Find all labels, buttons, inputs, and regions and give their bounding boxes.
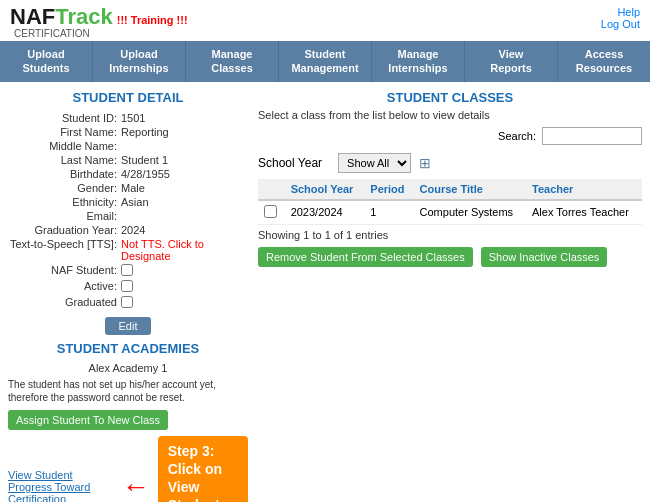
value-ethnicity: Asian xyxy=(119,195,248,209)
col-schoolyear: School Year xyxy=(285,179,365,200)
value-email xyxy=(119,209,248,223)
label-gradyear: Graduation Year: xyxy=(8,223,119,237)
label-middlename: Middle Name: xyxy=(8,139,119,153)
step-instruction-box: Step 3: Click on ViewStudent Progress xyxy=(158,436,248,502)
value-lastname: Student 1 xyxy=(119,153,248,167)
filter-row: School Year Show All ⊞ xyxy=(258,153,642,173)
label-email: Email: xyxy=(8,209,119,223)
remove-student-button[interactable]: Remove Student From Selected Classes xyxy=(258,247,473,267)
arrow-container: View Student Progress Toward Certificati… xyxy=(8,436,248,502)
school-year-label: School Year xyxy=(258,156,322,170)
value-tts: Not TTS. Click to Designate xyxy=(119,237,248,263)
detail-row-birthdate: Birthdate: 4/28/1955 xyxy=(8,167,248,181)
label-firstname: First Name: xyxy=(8,125,119,139)
search-input[interactable] xyxy=(542,127,642,145)
action-buttons: Remove Student From Selected Classes Sho… xyxy=(258,247,642,267)
logo-training: !!! Training !!! xyxy=(117,14,188,26)
class-checkbox[interactable] xyxy=(264,205,277,218)
col-period: Period xyxy=(364,179,413,200)
showing-text: Showing 1 to 1 of 1 entries xyxy=(258,229,642,241)
tts-link[interactable]: Not TTS. Click to Designate xyxy=(121,238,204,262)
value-active xyxy=(119,279,248,295)
left-panel: STUDENT DETAIL Student ID: 1501 First Na… xyxy=(8,90,248,502)
main-content: STUDENT DETAIL Student ID: 1501 First Na… xyxy=(0,82,650,502)
student-academies-title: STUDENT ACADEMIES xyxy=(8,341,248,356)
detail-row-middlename: Middle Name: xyxy=(8,139,248,153)
value-middlename xyxy=(119,139,248,153)
edit-button[interactable]: Edit xyxy=(105,317,152,335)
value-birthdate: 4/28/1955 xyxy=(119,167,248,181)
top-header: NAFTrack !!! Training !!! CERTIFICATION … xyxy=(0,0,650,41)
class-teacher: Alex Torres Teacher xyxy=(526,200,642,225)
nav-upload-internships[interactable]: UploadInternships xyxy=(93,41,186,82)
nav-student-management[interactable]: StudentManagement xyxy=(279,41,372,82)
class-table: School Year Period Course Title Teacher … xyxy=(258,179,642,225)
help-link[interactable]: Help xyxy=(601,6,640,18)
account-notice: The student has not set up his/her accou… xyxy=(8,378,248,404)
detail-row-graduated: Graduated xyxy=(8,295,248,311)
student-detail-title: STUDENT DETAIL xyxy=(8,90,248,105)
label-graduated: Graduated xyxy=(8,295,119,311)
red-arrow-icon: ← xyxy=(122,473,150,501)
detail-row-active: Active: xyxy=(8,279,248,295)
col-coursetitle: Course Title xyxy=(414,179,526,200)
detail-row-ethnicity: Ethnicity: Asian xyxy=(8,195,248,209)
label-ethnicity: Ethnicity: xyxy=(8,195,119,209)
show-inactive-button[interactable]: Show Inactive Classes xyxy=(481,247,608,267)
label-gender: Gender: xyxy=(8,181,119,195)
progress-link[interactable]: View Student Progress Toward Certificati… xyxy=(8,469,114,502)
class-period: 1 xyxy=(364,200,413,225)
step-instruction-text: Step 3: Click on ViewStudent Progress xyxy=(168,443,229,502)
nav-upload-students[interactable]: UploadStudents xyxy=(0,41,93,82)
nav-access-resources[interactable]: AccessResources xyxy=(558,41,650,82)
label-studentid: Student ID: xyxy=(8,111,119,125)
nav-view-reports[interactable]: ViewReports xyxy=(465,41,558,82)
class-schoolyear: 2023/2024 xyxy=(285,200,365,225)
label-lastname: Last Name: xyxy=(8,153,119,167)
value-gender: Male xyxy=(119,181,248,195)
graduated-checkbox[interactable] xyxy=(121,296,133,308)
class-coursetitle: Computer Systems xyxy=(414,200,526,225)
student-classes-title: STUDENT CLASSES xyxy=(258,90,642,105)
label-birthdate: Birthdate: xyxy=(8,167,119,181)
logout-link[interactable]: Log Out xyxy=(601,18,640,30)
assign-student-button[interactable]: Assign Student To New Class xyxy=(8,410,168,430)
student-detail-table: Student ID: 1501 First Name: Reporting M… xyxy=(8,111,248,311)
search-label: Search: xyxy=(498,130,536,142)
naf-student-checkbox[interactable] xyxy=(121,264,133,276)
right-panel: STUDENT CLASSES Select a class from the … xyxy=(258,90,642,502)
help-logout: Help Log Out xyxy=(601,6,640,30)
academy-name: Alex Academy 1 xyxy=(8,362,248,374)
col-check xyxy=(258,179,285,200)
school-year-select[interactable]: Show All xyxy=(338,153,411,173)
active-checkbox[interactable] xyxy=(121,280,133,292)
value-nafstudent xyxy=(119,263,248,279)
logo-text: NAFTrack xyxy=(10,6,113,28)
class-check-cell xyxy=(258,200,285,225)
detail-row-tts: Text-to-Speech [TTS]: Not TTS. Click to … xyxy=(8,237,248,263)
search-row: Search: xyxy=(258,127,642,145)
detail-row-email: Email: xyxy=(8,209,248,223)
detail-row-firstname: First Name: Reporting xyxy=(8,125,248,139)
logo-naf: NAF xyxy=(10,4,55,29)
value-studentid: 1501 xyxy=(119,111,248,125)
detail-row-gender: Gender: Male xyxy=(8,181,248,195)
logo-area: NAFTrack !!! Training !!! CERTIFICATION xyxy=(10,6,188,39)
value-gradyear: 2024 xyxy=(119,223,248,237)
detail-row-nafstudent: NAF Student: xyxy=(8,263,248,279)
col-teacher: Teacher xyxy=(526,179,642,200)
class-row: 2023/2024 1 Computer Systems Alex Torres… xyxy=(258,200,642,225)
detail-row-lastname: Last Name: Student 1 xyxy=(8,153,248,167)
filter-icon[interactable]: ⊞ xyxy=(419,155,431,171)
value-firstname: Reporting xyxy=(119,125,248,139)
class-description: Select a class from the list below to vi… xyxy=(258,109,642,121)
value-graduated xyxy=(119,295,248,311)
class-table-header: School Year Period Course Title Teacher xyxy=(258,179,642,200)
detail-row-studentid: Student ID: 1501 xyxy=(8,111,248,125)
logo-track: Track xyxy=(55,4,113,29)
label-active: Active: xyxy=(8,279,119,295)
nav-manage-classes[interactable]: ManageClasses xyxy=(186,41,279,82)
nav-manage-internships[interactable]: ManageInternships xyxy=(372,41,465,82)
nav-bar: UploadStudents UploadInternships ManageC… xyxy=(0,41,650,82)
detail-row-gradyear: Graduation Year: 2024 xyxy=(8,223,248,237)
